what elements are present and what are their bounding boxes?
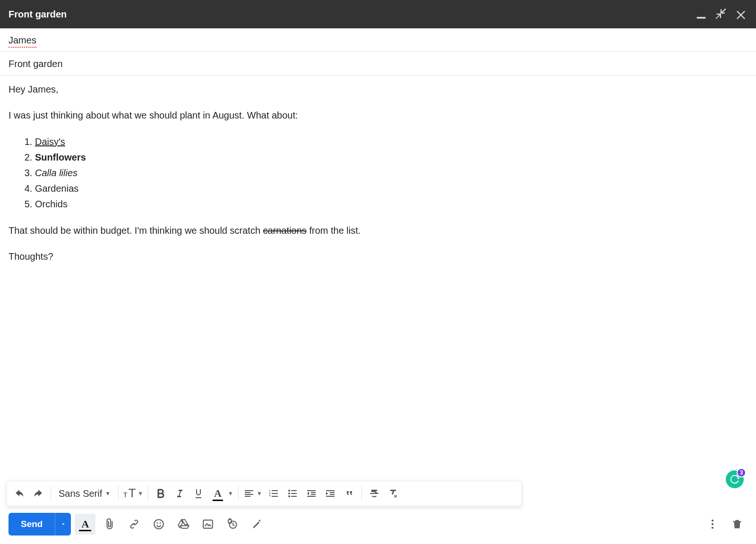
chevron-down-icon: ▼ [137,490,143,497]
recipient-chip[interactable]: James [9,35,36,46]
insert-signature-button[interactable] [247,514,267,535]
redo-button[interactable] [29,484,48,503]
popout-collapse-icon[interactable] [714,8,728,21]
action-bar: Send A [0,506,756,544]
compose-window: Front garden James Front garden Hey Jame… [0,0,756,544]
underline-button[interactable] [189,484,208,503]
format-toolbar: Sans Serif ▼ тT ▼ A ▼ ▼ [7,481,522,506]
svg-point-14 [712,527,713,528]
send-group: Send [9,513,71,536]
attach-file-button[interactable] [99,514,120,535]
to-field[interactable]: James [0,28,756,52]
svg-point-7 [157,522,158,524]
body-para2: That should be within budget. I'm thinki… [9,223,747,238]
bulleted-list-button[interactable] [283,484,302,503]
list-item: Gardenias [35,181,747,196]
subject-field[interactable]: Front garden [0,52,756,76]
insert-emoji-button[interactable] [148,514,169,535]
svg-point-12 [712,519,713,521]
confidential-mode-button[interactable] [222,514,243,535]
font-size-dropdown[interactable]: тT ▼ [121,487,145,500]
body-greeting: Hey James, [9,82,747,97]
text-color-dropdown[interactable]: A ▼ [208,484,235,503]
undo-button[interactable] [10,484,29,503]
font-family-label: Sans Serif [59,488,102,499]
insert-drive-button[interactable] [173,514,194,535]
window-title: Front garden [9,9,688,20]
format-toolbar-wrap: Sans Serif ▼ тT ▼ A ▼ ▼ [0,481,756,506]
body-closing: Thoughts? [9,249,747,264]
grammarly-button[interactable]: 3 [726,470,744,488]
svg-point-4 [288,493,290,494]
chevron-down-icon: ▼ [257,490,262,497]
discard-draft-button[interactable] [727,514,747,535]
text-a-icon: A [82,518,89,530]
list-item: Orchids [35,196,747,212]
insert-link-button[interactable] [124,514,145,535]
remove-formatting-button[interactable] [384,484,403,503]
font-family-dropdown[interactable]: Sans Serif ▼ [54,488,115,499]
align-dropdown[interactable]: ▼ [241,488,264,499]
svg-text:т: т [123,489,128,499]
indent-increase-button[interactable] [321,484,340,503]
svg-point-6 [155,519,164,529]
svg-point-8 [160,522,161,524]
quote-button[interactable] [340,484,359,503]
list-item: Calla lilies [35,165,747,181]
body-intro: I was just thinking about what we should… [9,108,747,123]
message-body[interactable]: Hey James, I was just thinking about wha… [0,76,756,481]
list-item: Daisy's [35,134,747,150]
chevron-down-icon: ▼ [228,490,233,497]
insert-photo-button[interactable] [198,514,218,535]
grammarly-count-badge: 3 [737,468,746,477]
svg-text:T: T [129,487,136,500]
list-item: Sunflowers [35,150,747,165]
svg-rect-0 [697,17,706,19]
minimize-icon[interactable] [695,8,708,21]
numbered-list-button[interactable] [264,484,283,503]
indent-decrease-button[interactable] [302,484,321,503]
send-button[interactable]: Send [9,513,55,536]
chevron-down-icon: ▼ [105,490,111,497]
more-options-button[interactable] [702,514,723,535]
svg-point-5 [288,495,290,497]
plant-list: Daisy's Sunflowers Calla lilies Gardenia… [28,134,747,212]
svg-point-13 [712,523,713,525]
svg-point-3 [288,490,290,492]
subject-text: Front garden [9,59,63,69]
formatting-options-button[interactable]: A [75,514,95,535]
text-color-icon: A [214,487,222,500]
send-options-button[interactable] [55,513,71,536]
close-icon[interactable] [734,8,747,21]
bold-button[interactable] [151,484,170,503]
italic-button[interactable] [170,484,189,503]
titlebar: Front garden [0,0,756,28]
strikethrough-button[interactable] [365,484,384,503]
